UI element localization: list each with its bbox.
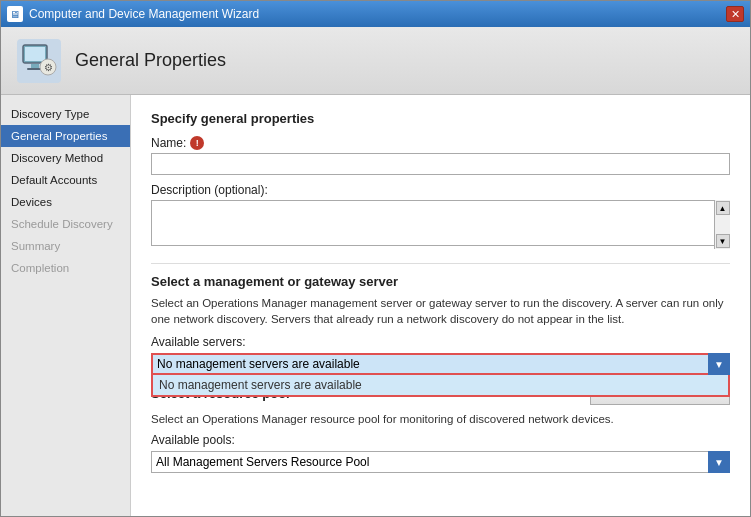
svg-rect-2 [31,64,39,68]
description-input[interactable] [151,200,730,246]
window-title: Computer and Device Management Wizard [29,7,259,21]
sidebar-item-devices[interactable]: Devices [1,191,130,213]
title-bar: 🖥 Computer and Device Management Wizard … [1,1,750,27]
pools-dropdown-wrapper: All Management Servers Resource Pool ▼ [151,451,730,473]
name-error-icon: ! [190,136,204,150]
resource-pool-description: Select an Operations Manager resource po… [151,411,730,427]
sidebar-item-discovery-type[interactable]: Discovery Type [1,103,130,125]
sidebar-item-schedule-discovery: Schedule Discovery [1,213,130,235]
description-label: Description (optional): [151,183,730,197]
name-label: Name: ! [151,136,730,150]
available-servers-label: Available servers: [151,335,730,349]
body: Discovery Type General Properties Discov… [1,95,750,516]
window-icon: 🖥 [7,6,23,22]
available-pools-label: Available pools: [151,433,730,447]
close-button[interactable]: ✕ [726,6,744,22]
main-content: Specify general properties Name: ! Descr… [131,95,750,516]
sidebar-item-discovery-method[interactable]: Discovery Method [1,147,130,169]
section1-title: Specify general properties [151,111,730,126]
name-input[interactable] [151,153,730,175]
dropdown-popup-item[interactable]: No management servers are available [153,375,728,395]
servers-dropdown[interactable]: No management servers are available [151,353,730,375]
sidebar-item-completion: Completion [1,257,130,279]
header-area: ⚙ General Properties [1,27,750,95]
pools-dropdown[interactable]: All Management Servers Resource Pool [151,451,730,473]
section2-description: Select an Operations Manager management … [151,295,730,327]
sidebar-item-general-properties[interactable]: General Properties [1,125,130,147]
page-title: General Properties [75,50,226,71]
header-icon: ⚙ [17,39,61,83]
section2-title: Select a management or gateway server [151,263,730,289]
svg-text:⚙: ⚙ [44,62,53,73]
scroll-up-btn[interactable]: ▲ [716,201,730,215]
servers-dropdown-popup: No management servers are available [151,375,730,397]
sidebar-item-default-accounts[interactable]: Default Accounts [1,169,130,191]
sidebar-item-summary: Summary [1,235,130,257]
description-wrapper: ▲ ▼ [151,200,730,249]
servers-dropdown-wrapper: No management servers are available ▼ No… [151,353,730,375]
scroll-down-btn[interactable]: ▼ [716,234,730,248]
main-window: 🖥 Computer and Device Management Wizard … [0,0,751,517]
sidebar: Discovery Type General Properties Discov… [1,95,131,516]
title-bar-left: 🖥 Computer and Device Management Wizard [7,6,259,22]
description-scrollbar[interactable]: ▲ ▼ [714,200,730,249]
svg-rect-1 [25,47,45,61]
